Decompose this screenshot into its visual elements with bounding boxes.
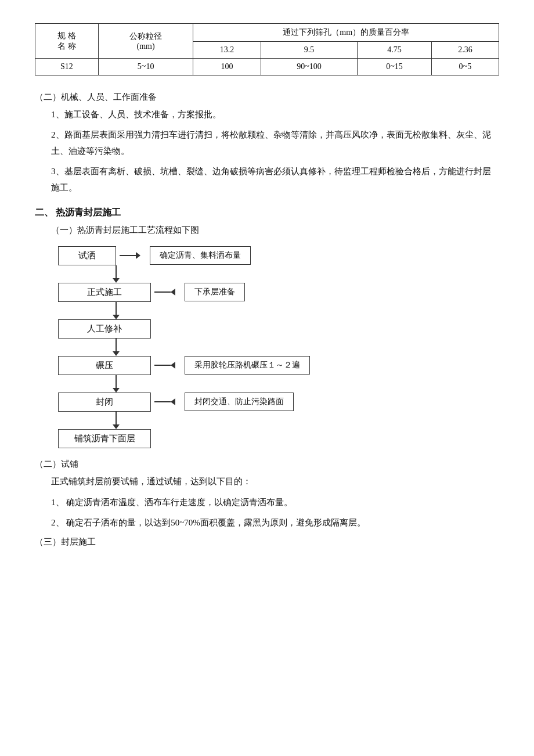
arrow-left-5 [154,398,175,405]
flow-col-left-4: 碾压 [58,356,151,375]
row-v3: 0~15 [358,59,432,75]
section2-item2: 2、路面基层表面采用强力清扫车进行清扫，将松散颗粒、杂物等清除，并高压风吹净，表… [51,127,499,160]
sub-header-4: 2.36 [431,42,499,59]
row-v1: 100 [193,59,261,75]
section2-item3: 3、基层表面有离析、破损、坑槽、裂缝、边角破损等病害必须认真修补，待监理工程师检… [51,163,499,196]
flow-box-4: 碾压 [58,356,151,375]
col3-header: 通过下列筛孔（mm）的质量百分率 [193,24,499,42]
spec-table: 规 格 名 称 公称粒径 (mm) 通过下列筛孔（mm）的质量百分率 13.2 … [35,23,499,75]
flow-col-left-5: 封闭 [58,393,151,412]
flow-box-6: 铺筑沥青下面层 [58,429,151,448]
section3-sub3: （三）封层施工 [35,537,499,548]
flow-col-left: 试洒 [58,246,116,265]
flow-box-2: 正式施工 [58,283,151,302]
flow-row-6: 铺筑沥青下面层 [58,429,151,448]
row-name: S12 [35,59,99,75]
flow-col-left-2: 正式施工 [58,283,151,302]
flow-row-2: 正式施工 下承层准备 [58,283,245,302]
flow-side-box-1: 确定沥青、集料洒布量 [150,246,251,265]
flow-row-5: 封闭 封闭交通、防止污染路面 [58,393,294,412]
flow-side-box-4: 采用胶轮压路机碾压１～２遍 [185,356,310,375]
arrow-down-4 [87,375,145,393]
section3-sub2: （二）试铺 [35,459,499,470]
section3-sub1: （一）热沥青封层施工工艺流程如下图 [51,225,499,236]
arrow-down-2 [87,302,145,319]
trial-item-2: 2、 确定石子洒布的量，以达到50~70%面积覆盖，露黑为原则，避免形成隔离层。 [51,514,499,531]
col2-header: 公称粒径 (mm) [98,24,193,59]
trial-text: 正式铺筑封层前要试铺，通过试铺，达到以下目的： [51,473,499,490]
row-v4: 0~5 [431,59,499,75]
flow-row-3: 人工修补 [58,319,151,339]
arrow-right-1 [120,252,140,259]
row-v2: 90~100 [261,59,358,75]
section2-title: （二）机械、人员、工作面准备 [35,92,499,103]
arrow-down-3 [87,339,145,356]
arrow-left-2 [154,289,175,296]
sub-header-2: 9.5 [261,42,358,59]
flow-box-3: 人工修补 [58,319,151,339]
sub-header-1: 13.2 [193,42,261,59]
arrow-down-5 [87,412,145,429]
arrow-left-4 [154,362,175,369]
arrow-down-1 [87,265,145,283]
section3-title: 二、 热沥青封层施工 [35,207,499,219]
row-nominal: 5~10 [98,59,193,75]
flow-box-5: 封闭 [58,393,151,412]
trial-item-1: 1、 确定沥青洒布温度、洒布车行走速度，以确定沥青洒布量。 [51,494,499,511]
flow-row-4: 碾压 采用胶轮压路机碾压１～２遍 [58,356,310,375]
flow-box-1: 试洒 [58,246,116,265]
flowchart: 试洒 确定沥青、集料洒布量 正式施工 下承层准备 人工修补 [58,246,499,448]
flow-side-box-2: 下承层准备 [185,283,245,301]
col1-header: 规 格 名 称 [35,24,99,59]
flow-row-1: 试洒 确定沥青、集料洒布量 [58,246,251,265]
section2-item1: 1、施工设备、人员、技术准备，方案报批。 [51,106,499,123]
sub-header-3: 4.75 [358,42,432,59]
flow-side-box-5: 封闭交通、防止污染路面 [185,393,294,411]
